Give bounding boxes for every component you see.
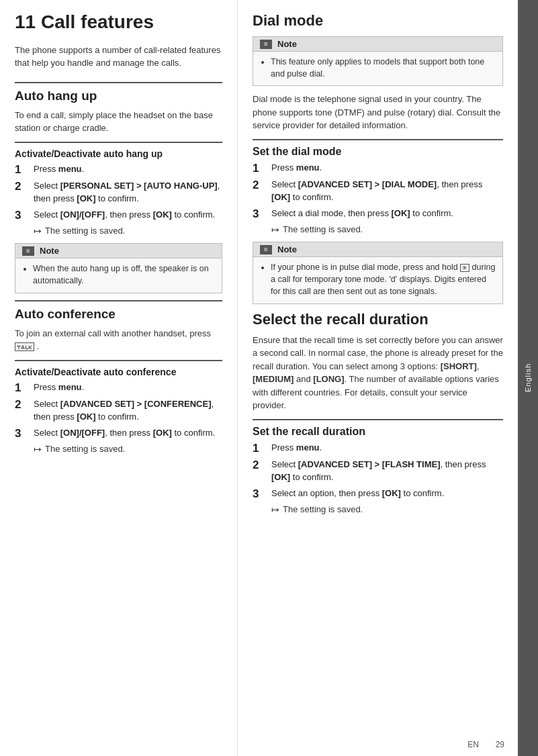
dial-mode-body: Dial mode is the telephone signal used i… — [253, 93, 503, 132]
conference-arrow: ↦ The setting is saved. — [34, 444, 222, 455]
long-option: [LONG] — [313, 374, 344, 384]
dial-step-content-2: Select [ADVANCED SET] > [DIAL MODE], the… — [271, 179, 503, 204]
footer-lang: EN — [467, 740, 479, 749]
note-box-2: ≡ Note This feature only applies to mode… — [253, 36, 503, 86]
format-icon: ✳︎ — [460, 264, 469, 272]
step-content-2: Select [PERSONAL SET] > [AUTO HANG-UP], … — [34, 180, 222, 205]
section-auto-hang-up-title: Auto hang up — [15, 89, 222, 103]
step-num-3: 3 — [15, 209, 30, 222]
dial-mode-arrow: ↦ The setting is saved. — [271, 224, 503, 235]
conf-step-2: 2 Select [ADVANCED SET] > [CONFERENCE], … — [15, 398, 222, 424]
recall-step-num-1: 1 — [253, 442, 267, 455]
divider-1 — [15, 82, 222, 83]
dial-step-3: 3 Select a dial mode, then press [OK] to… — [253, 207, 503, 221]
activate-hang-up-title: Activate/Deactivate auto hang up — [15, 148, 222, 159]
note-box-3: ≡ Note If your phone is in pulse dial mo… — [253, 242, 503, 303]
left-column: 11 Call features The phone supports a nu… — [0, 0, 238, 756]
dial-step-content-3: Select a dial mode, then press [OK] to c… — [271, 207, 503, 220]
conf-step-num-3: 3 — [15, 427, 30, 440]
note-body-3: If your phone is in pulse dial mode, pre… — [253, 257, 502, 303]
step-bold-2: [PERSONAL SET] > [AUTO HANG-UP] — [60, 181, 218, 191]
note-label-3: Note — [277, 244, 297, 254]
step-bold-1: menu — [58, 164, 82, 174]
recall-step-num-2: 2 — [253, 459, 267, 472]
page: 11 Call features The phone supports a nu… — [0, 0, 538, 756]
note-label-1: Note — [40, 246, 59, 256]
recall-step-bold-1: menu — [296, 442, 320, 453]
note-body-2: This feature only applies to models that… — [253, 52, 502, 85]
recall-step-num-3: 3 — [253, 487, 267, 501]
note-label-2: Note — [277, 39, 297, 49]
divider-5 — [253, 139, 503, 140]
note-item-2: This feature only applies to models that… — [271, 56, 496, 80]
auto-hang-up-body: To end a call, simply place the headset … — [15, 109, 222, 135]
dial-step-bold-2: [ADVANCED SET] > [DIAL MODE] — [298, 179, 437, 189]
arrow-symbol-3: ↦ — [271, 224, 279, 235]
note-item-3: If your phone is in pulse dial mode, pre… — [271, 261, 496, 297]
divider-2 — [15, 142, 222, 143]
recall-step-3: 3 Select an option, then press [OK] to c… — [253, 487, 503, 501]
dial-step-num-2: 2 — [253, 179, 267, 192]
note-header-2: ≡ Note — [253, 37, 502, 52]
dial-step-2: 2 Select [ADVANCED SET] > [DIAL MODE], t… — [253, 179, 503, 204]
conf-step-bold-2b: [OK] — [77, 412, 95, 422]
dial-step-1: 1 Press menu. — [253, 162, 503, 175]
dial-mode-arrow-text: The setting is saved. — [283, 224, 363, 234]
dial-step-bold-2b: [OK] — [271, 192, 290, 202]
conf-step-num-1: 1 — [15, 381, 30, 395]
conf-step-num-2: 2 — [15, 398, 30, 412]
step-1: 1 Press menu. — [15, 163, 222, 177]
conf-step-bold-1: menu — [58, 382, 82, 392]
recall-step-1: 1 Press menu. — [253, 442, 503, 455]
language-sidebar: English — [518, 0, 538, 756]
dial-step-num-3: 3 — [253, 207, 267, 221]
recall-step-bold-2: [ADVANCED SET] > [FLASH TIME] — [298, 459, 441, 469]
recall-arrow: ↦ The setting is saved. — [271, 504, 503, 515]
chapter-title: 11 Call features — [15, 12, 222, 33]
conf-step-1: 1 Press menu. — [15, 381, 222, 395]
auto-conference-title: Auto conference — [15, 307, 222, 322]
dial-mode-steps: 1 Press menu. 2 Select [ADVANCED SET] > … — [253, 162, 503, 221]
note-list-1: When the auto hang up is off, the speake… — [22, 263, 215, 287]
set-recall-title: Set the recall duration — [253, 426, 503, 438]
note-item-1: When the auto hang up is off, the speake… — [33, 263, 215, 287]
hang-up-steps: 1 Press menu. 2 Select [PERSONAL SET] > … — [15, 163, 222, 222]
recall-arrow-text: The setting is saved. — [283, 504, 363, 514]
note-box-1: ≡ Note When the auto hang up is off, the… — [15, 243, 222, 293]
dial-step-num-1: 1 — [253, 162, 267, 175]
note-list-3: If your phone is in pulse dial mode, pre… — [260, 261, 496, 297]
dial-step-content-1: Press menu. — [271, 162, 503, 175]
recall-step-2: 2 Select [ADVANCED SET] > [FLASH TIME], … — [253, 459, 503, 484]
step-2: 2 Select [PERSONAL SET] > [AUTO HANG-UP]… — [15, 180, 222, 205]
step-3: 3 Select [ON]/[OFF], then press [OK] to … — [15, 209, 222, 222]
medium-option: [MEDIUM] — [253, 374, 294, 384]
conf-step-content-3: Select [ON]/[OFF], then press [OK] to co… — [34, 427, 222, 440]
divider-6 — [253, 419, 503, 420]
recall-duration-body: Ensure that the recall time is set corre… — [253, 334, 503, 412]
conf-step-bold-3b: [OK] — [153, 428, 172, 438]
conf-step-content-1: Press menu. — [34, 381, 222, 394]
step-bold-2b: [OK] — [77, 193, 95, 203]
footer-page: 29 — [496, 740, 504, 749]
note-body-1: When the auto hang up is off, the speake… — [15, 258, 222, 292]
arrow-symbol-2: ↦ — [34, 444, 42, 455]
divider-4 — [15, 360, 222, 361]
set-dial-mode-title: Set the dial mode — [253, 146, 503, 158]
hang-up-arrow: ↦ The setting is saved. — [34, 226, 222, 236]
conf-step-content-2: Select [ADVANCED SET] > [CONFERENCE], th… — [34, 398, 222, 424]
recall-step-content-3: Select an option, then press [OK] to con… — [271, 487, 503, 500]
step-num-2: 2 — [15, 180, 30, 193]
recall-step-content-2: Select [ADVANCED SET] > [FLASH TIME], th… — [271, 459, 503, 484]
step-content-1: Press menu. — [34, 163, 222, 176]
recall-step-bold-3: [OK] — [382, 488, 401, 498]
auto-conference-body: To join an external call with another ha… — [15, 327, 222, 353]
main-content: 11 Call features The phone supports a nu… — [0, 0, 538, 756]
intro-text: The phone supports a number of call-rela… — [15, 44, 222, 70]
short-option: [SHORT] — [441, 361, 477, 371]
step-content-3: Select [ON]/[OFF], then press [OK] to co… — [34, 209, 222, 222]
note-header-1: ≡ Note — [15, 244, 222, 258]
step-bold-3b: [OK] — [153, 209, 172, 220]
talk-icon: ᴛᴀʟᴋ — [15, 342, 34, 351]
note-icon-2: ≡ — [260, 40, 272, 49]
activate-conference-title: Activate/Deactivate auto conference — [15, 367, 222, 377]
